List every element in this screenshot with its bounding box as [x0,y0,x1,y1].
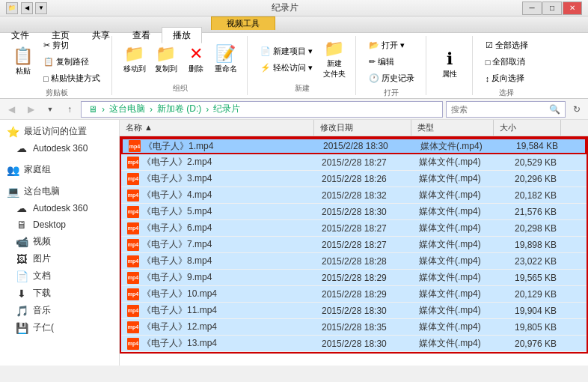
search-input[interactable] [451,105,549,114]
table-row[interactable]: mp4 《电子人》4.mp4 2015/2/28 18:32 媒体文件(.mp4… [121,187,587,204]
open-btn[interactable]: 📂 打开 ▾ [364,37,420,53]
col-header-name[interactable]: 名称 ▲ [120,120,314,136]
forward-btn[interactable]: ▶ [22,101,39,118]
col-header-size[interactable]: 大小 [494,120,561,136]
sidebar-item-autodesk1[interactable]: ☁ Autodesk 360 [0,140,119,157]
address-path[interactable]: 🖥 › 这台电脑 › 新加卷 (D:) › 纪录片 [81,101,443,118]
file-name-cell: mp4 《电子人》6.mp4 [121,222,316,234]
sidebar-item-recent[interactable]: ⭐ 最近访问的位置 [0,123,119,140]
select-all-btn[interactable]: ☑ 全部选择 [480,37,533,53]
recent-btn[interactable]: ▼ [42,101,58,118]
delete-btn[interactable]: ✕ 删除 [183,43,209,76]
file-type-cell: 媒体文件(.mp4) [413,337,495,350]
sidebar-item-drive[interactable]: 💾 子仁( [0,319,119,336]
tab-play[interactable]: 播放 [162,27,202,43]
maximize-btn[interactable]: □ [542,1,562,15]
easy-access-btn[interactable]: ⚡ 轻松访问 ▾ [255,60,318,76]
paste-shortcut-btn[interactable]: □ 粘贴快捷方式 [38,70,105,86]
copy-path-btn[interactable]: 📋 复制路径 [38,54,105,70]
new-small-group: 📄 新建项目 ▾ ⚡ 轻松访问 ▾ [255,43,318,76]
recent-icon: ⭐ [6,126,19,138]
copy-icon: 📁 [156,46,176,62]
file-size-cell: 20,976 KB [495,339,563,349]
minimize-btn[interactable]: ─ [522,1,542,15]
tab-view[interactable]: 查看 [121,27,162,43]
open-items: 📂 打开 ▾ ✏ 编辑 🕐 历史记录 [364,37,420,86]
new-item-btn[interactable]: 📄 新建项目 ▾ [255,43,318,59]
table-row[interactable]: mp4 《电子人》8.mp4 2015/2/28 18:28 媒体文件(.mp4… [121,253,587,270]
clipboard-items: 📋 粘贴 ✂ 剪切 📋 复制路径 □ 粘贴快捷方式 [9,37,105,86]
invert-select-btn[interactable]: ↕ 反向选择 [480,70,533,86]
table-row[interactable]: mp4 《电子人》11.mp4 2015/2/28 18:30 媒体文件(.mp… [121,303,587,319]
table-row[interactable]: mp4 《电子人》10.mp4 2015/2/28 18:29 媒体文件(.mp… [121,286,587,303]
sidebar-item-music[interactable]: 🎵 音乐 [0,302,119,319]
sidebar-item-autodesk2[interactable]: ☁ Autodesk 360 [0,200,119,216]
rename-btn[interactable]: 📝 重命名 [211,43,241,76]
table-row[interactable]: mp4 《电子人》13.mp4 2015/2/28 18:30 媒体文件(.mp… [121,336,587,352]
select-none-btn[interactable]: □ 全部取消 [480,54,533,70]
title-bar-left: 📁 ◀ ▼ [6,2,47,14]
tab-home[interactable]: 主页 [40,27,81,43]
window-icons: 📁 [6,2,18,14]
sidebar-item-thispc[interactable]: 💻 这台电脑 [0,183,119,200]
table-row[interactable]: mp4 《电子人》6.mp4 2015/2/28 18:27 媒体文件(.mp4… [121,220,587,237]
file-date-cell: 2015/2/28 18:27 [316,223,413,234]
clipboard-label: 剪贴板 [46,86,68,98]
table-row[interactable]: mp4 《电子人》7.mp4 2015/2/28 18:27 媒体文件(.mp4… [121,237,587,253]
col-header-date[interactable]: 修改日期 [314,120,411,136]
clipboard-small-group: ✂ 剪切 📋 复制路径 □ 粘贴快捷方式 [38,37,105,86]
col-header-type[interactable]: 类型 [411,120,494,136]
paste-icon: 📋 [13,48,33,64]
table-row[interactable]: mp4 《电子人》2.mp4 2015/2/28 18:27 媒体文件(.mp4… [121,154,587,171]
ribbon-group-new: 📄 新建项目 ▾ ⚡ 轻松访问 ▾ 📁 新建文件夹 新建 [249,36,356,95]
mp4-icon: mp4 [127,305,139,317]
quick-access-btn[interactable]: ◀ [21,2,33,14]
new-folder-icon: 📁 [324,40,344,57]
props-items: ℹ 属性 [436,37,463,92]
table-row[interactable]: mp4 《电子人》1.mp4 2015/2/28 18:30 媒体文件(.mp4… [121,138,587,154]
open-small-group: 📂 打开 ▾ ✏ 编辑 🕐 历史记录 [364,37,420,86]
file-name-cell: mp4 《电子人》3.mp4 [121,172,316,185]
move-to-btn[interactable]: 📁 移动到 [120,43,150,76]
close-btn[interactable]: ✕ [563,1,582,15]
sidebar-item-video[interactable]: 📹 视频 [0,233,119,250]
ribbon-tabs: 文件 主页 共享 查看 播放 [0,16,588,33]
tab-file[interactable]: 文件 [0,27,40,43]
quick-access-btn2[interactable]: ▼ [35,2,47,14]
sidebar-item-desktop[interactable]: 🖥 Desktop [0,216,119,233]
properties-btn[interactable]: ℹ 属性 [436,49,463,82]
refresh-btn[interactable]: ↻ [569,101,585,118]
file-date-cell: 2015/2/28 18:27 [316,240,413,250]
table-row[interactable]: mp4 《电子人》12.mp4 2015/2/28 18:35 媒体文件(.mp… [121,319,587,336]
organize-label: 组织 [173,82,188,94]
paste-btn[interactable]: 📋 粘贴 [9,46,37,79]
file-type-cell: 媒体文件(.mp4) [413,172,495,185]
file-date-cell: 2015/2/28 18:29 [316,273,413,283]
back-btn[interactable]: ◀ [3,101,19,118]
mp4-icon: mp4 [129,140,141,152]
mp4-icon: mp4 [127,255,139,267]
sidebar-item-documents[interactable]: 📄 文档 [0,267,119,285]
copy-to-btn[interactable]: 📁 复制到 [151,43,181,76]
up-btn[interactable]: ↑ [61,101,78,118]
new-folder-btn[interactable]: 📁 新建文件夹 [319,38,349,82]
sidebar-item-homegroup[interactable]: 👥 家庭组 [0,161,119,178]
tab-share[interactable]: 共享 [81,27,121,43]
table-row[interactable]: mp4 《电子人》9.mp4 2015/2/28 18:29 媒体文件(.mp4… [121,270,587,286]
mp4-icon: mp4 [127,239,139,251]
path-icon: 🖥 [88,104,97,115]
window-icon: 📁 [6,2,18,14]
main-content: ⭐ 最近访问的位置 ☁ Autodesk 360 👥 家庭组 💻 这台电脑 ☁ … [0,120,588,366]
file-type-cell: 媒体文件(.mp4) [413,288,495,300]
sidebar-item-downloads[interactable]: ⬇ 下载 [0,285,119,302]
history-btn[interactable]: 🕐 历史记录 [364,70,420,86]
search-box[interactable]: 🔍 [446,101,566,118]
file-type-cell: 媒体文件(.mp4) [413,271,495,284]
edit-btn[interactable]: ✏ 编辑 [364,54,420,70]
file-size-cell: 19,584 KB [497,141,564,151]
sidebar-item-pictures[interactable]: 🖼 图片 [0,250,119,267]
search-icon: 🔍 [549,104,560,115]
downloads-icon: ⬇ [15,288,28,300]
table-row[interactable]: mp4 《电子人》5.mp4 2015/2/28 18:30 媒体文件(.mp4… [121,204,587,220]
table-row[interactable]: mp4 《电子人》3.mp4 2015/2/28 18:26 媒体文件(.mp4… [121,171,587,187]
